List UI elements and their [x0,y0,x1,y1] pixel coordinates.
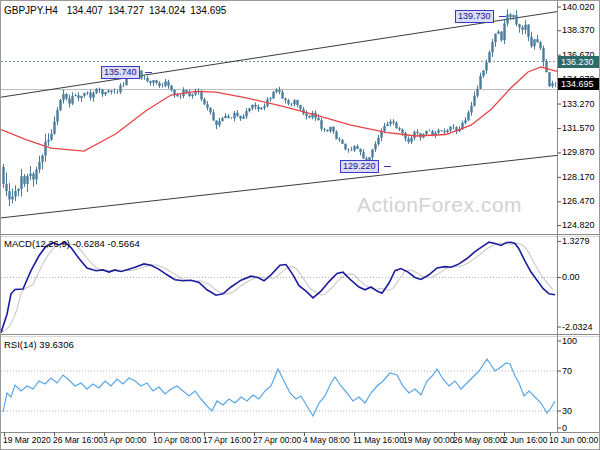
rsi-axis-label: 30 [562,406,572,416]
chart-canvas[interactable] [1,1,600,450]
time-axis-label: 19 Mar 2020 [3,435,51,445]
low-value: 134.024 [149,5,185,16]
time-axis-label: 19 May 00:00 [403,435,455,445]
price-axis-label: 131.570 [562,123,595,133]
rsi-axis-label: 100 [562,336,577,346]
time-axis-label: 26 May 08:00 [453,435,505,445]
open-value: 134.407 [67,5,103,16]
symbol-ohlc-header: GBPJPY.H4134.407134.727134.024134.695 [4,5,231,16]
symbol-label: GBPJPY.H4 [4,5,58,16]
price-axis-label: 133.270 [562,99,595,109]
macd-axis-label: 1.3279 [562,236,590,246]
time-axis-label: 10 Jun 00:00 [549,435,598,445]
level-price-label: 136.230 [558,56,600,68]
price-axis-label: 124.820 [562,220,595,230]
price-annotation[interactable]: 129.220 [340,160,379,173]
price-axis-label: 138.370 [562,25,595,35]
macd-indicator-label: MACD(12,26,9) -0.6284 -0.5664 [4,238,140,249]
price-axis-label: 128.170 [562,172,595,182]
time-axis-label: 11 May 16:00 [353,435,404,445]
rsi-axis-label: 0 [562,423,567,433]
macd-axis-label: -2.0324 [562,322,593,332]
time-axis-label: 10 Apr 08:00 [153,435,201,445]
time-axis-label: 26 Mar 16:00 [53,435,103,445]
chart-window: GBPJPY.H4134.407134.727134.024134.695 Ac… [0,0,600,450]
time-axis-label: 2 Jun 16:00 [503,435,547,445]
rsi-indicator-label: RSI(14) 39.6306 [4,339,74,350]
high-value: 134.727 [108,5,144,16]
close-value: 134.695 [190,5,226,16]
bid-price-label: 134.695 [558,78,600,90]
time-axis-label: 3 Apr 00:00 [103,435,146,445]
time-axis-label: 27 Apr 00:00 [253,435,301,445]
rsi-axis-label: 70 [562,366,572,376]
price-axis-label: 126.470 [562,196,595,206]
price-annotation[interactable]: 135.740 [101,66,140,79]
price-annotation[interactable]: 139.730 [455,10,494,23]
time-axis-label: 4 May 08:00 [303,435,350,445]
time-axis-label: 17 Apr 16:00 [203,435,251,445]
macd-axis-label: 0.00 [562,272,580,282]
price-axis-label: 129.870 [562,147,595,157]
price-axis-label: 140.020 [562,2,595,12]
